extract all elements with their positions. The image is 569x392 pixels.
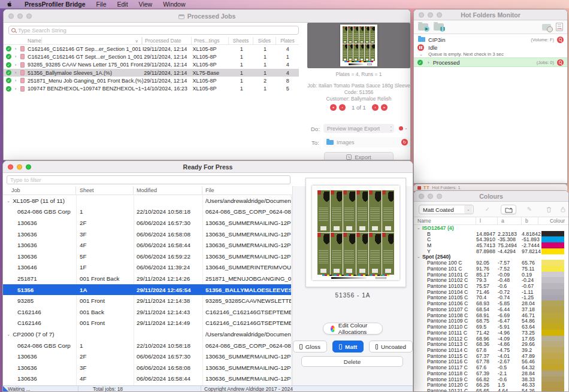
inspect-icon[interactable] [557, 37, 564, 43]
column-modified[interactable]: Modified [134, 186, 202, 195]
disclosure-icon[interactable]: › [428, 60, 429, 65]
colour-row[interactable]: Pantone 10111 C71.42-4.9673.25 [414, 330, 568, 336]
column-name[interactable]: Name [414, 217, 476, 224]
colour-row[interactable]: Pantone 10116 C67.78-2.6756.46 [414, 359, 568, 365]
processed-jobs-header[interactable]: Namev Processed Date Pres...tings Sheets… [4, 37, 299, 45]
table-row[interactable]: 1306363F06/06/2024 16:58:08130636_SUMMER… [3, 229, 291, 240]
chevron-down-icon[interactable]: ⌄ [417, 226, 420, 230]
table-row[interactable]: 93285001 Front29/11/2024 12:14:3893285_9… [3, 295, 291, 306]
table-row[interactable]: 1306461F06/06/2024 11:39:24130646_SUMMER… [3, 262, 291, 274]
group-row[interactable]: ⌄XL105-8P (11 of 11)/Users/andrewaldridg… [3, 195, 291, 206]
export-destination-field[interactable]: Images ↻ [323, 137, 410, 147]
table-row[interactable]: 1306362F06/06/2024 16:57:30130636_SUMMER… [3, 217, 291, 229]
group-row[interactable]: ⌄CP2000 (7 of 7)/Users/andrewaldridge/Do… [3, 329, 291, 340]
chevron-down-icon[interactable]: ⌄ [419, 52, 423, 57]
colour-row[interactable]: Pantone 10114 C67.8-4.7539.2 [414, 347, 568, 353]
disclosure-icon[interactable]: › [13, 54, 19, 59]
colour-row[interactable]: B14.89472.231834.81842 [414, 231, 568, 237]
table-row[interactable]: 1306362F06/06/2024 16:57:30130636_SUMMER… [3, 351, 291, 362]
table-row[interactable]: ✓›109747 BENZHEXOL~109747 BENZHEXOL~1~A.… [4, 84, 299, 92]
last-page-button[interactable]: » [381, 104, 388, 111]
export-button[interactable]: ✎ Export [324, 152, 394, 160]
window-controls[interactable] [419, 193, 442, 199]
hot-folder-row[interactable]: CIP3in (Volume: F) [414, 35, 567, 44]
export-action-select[interactable]: Preview Image Export ⌃⌄ [323, 124, 394, 133]
export-options-button[interactable]: ⌄ [399, 126, 408, 130]
colour-row[interactable]: Pantone 10112 C68.96-4.0917.65 [414, 336, 568, 342]
colour-row[interactable]: Pantone 10121 C65.654.6454.26 [414, 388, 568, 392]
table-row[interactable]: ✓›93285_93285 CAAV News Letter 175_001 F… [4, 61, 299, 69]
table-row[interactable]: C162146001 Front29/11/2024 12:14:49C1621… [3, 318, 291, 329]
close-button[interactable] [419, 193, 424, 199]
colour-row[interactable]: Pantone 10102 C79.3-0.48-0.24 [414, 277, 568, 283]
window-controls[interactable] [8, 164, 31, 169]
chevron-down-icon[interactable]: ⌄ [7, 332, 10, 337]
column-sides[interactable]: Sides [253, 37, 276, 44]
colour-row[interactable]: Pantone 10109 C68.75-6.4754.86 [414, 318, 568, 324]
column-press-settings[interactable]: Pres...tings [192, 37, 229, 44]
uncoated-button[interactable]: Uncoated [369, 341, 413, 353]
disclosure-icon[interactable]: › [13, 86, 19, 92]
close-button[interactable] [8, 164, 13, 169]
processed-jobs-titlebar[interactable]: Processed Jobs [4, 10, 410, 23]
gloss-button[interactable]: Gloss [293, 341, 327, 353]
new-library-button[interactable] [501, 205, 516, 214]
colour-row[interactable]: Pantone 10105 C70.4-0.74-1.25 [414, 295, 568, 301]
disclosure-icon[interactable]: › [13, 70, 19, 75]
colour-row[interactable]: Pantone 10101 C85.17-0.090.19 [414, 272, 568, 278]
zoom-button[interactable] [26, 13, 32, 19]
disclosure-icon[interactable]: › [13, 62, 19, 68]
menu-item-edit[interactable]: Edit [111, 1, 133, 8]
matt-button[interactable]: Matt [332, 341, 364, 353]
column-a[interactable]: a [498, 217, 522, 224]
colour-row[interactable]: Pantone 10110 C69.5-5.9163.64 [414, 324, 568, 330]
delete-button[interactable]: Delete [301, 356, 403, 367]
minimize-button[interactable] [17, 13, 23, 19]
table-row[interactable]: ✓›51356_Ballymaloe Sleeves_1A.(%)29/11/2… [4, 69, 299, 77]
column-name[interactable]: Name [25, 37, 42, 44]
sheet-preview[interactable] [305, 178, 406, 287]
stock-type-select[interactable]: Matt Coated ⌄ [419, 205, 474, 214]
table-row[interactable]: 513561A29/11/2024 12:45:5451356_BALLYMAL… [3, 284, 291, 296]
minimize-button[interactable] [428, 193, 433, 199]
ready-header[interactable]: Job Sheet Modified File [3, 186, 292, 195]
delete-button[interactable] [541, 205, 556, 214]
menu-item-file[interactable]: File [91, 1, 112, 8]
zoom-button[interactable] [437, 193, 442, 199]
group-row[interactable]: ⌄ISO12647 (4) [414, 225, 568, 231]
colour-row[interactable]: Y87.8988-4.429497.8214 [414, 248, 568, 254]
chevron-down-icon[interactable]: ⌄ [417, 254, 420, 259]
edit-button[interactable]: ✎ [522, 205, 537, 214]
window-controls[interactable] [419, 12, 442, 17]
column-b[interactable]: b [522, 217, 538, 224]
colours-titlebar[interactable]: Colours [414, 191, 568, 202]
close-button[interactable] [8, 13, 14, 19]
chevron-down-icon[interactable]: ⌄ [7, 198, 10, 203]
colour-row[interactable]: Pantone 10108 C68.91-6.6946.71 [414, 312, 568, 318]
minimize-button[interactable] [17, 164, 22, 169]
inspect-icon[interactable] [557, 59, 564, 66]
colour-row[interactable]: C54.3910-35.308-51.893 [414, 236, 568, 242]
table-row[interactable]: 1306364F06/06/2024 16:58:44130636_SUMMER… [3, 239, 291, 251]
column-l[interactable]: l [476, 217, 498, 224]
colour-row[interactable]: Pantone 10113 C68.36-4.8629.66 [414, 341, 568, 347]
processed-folder-row[interactable]: ✓ › Processed (Jobs: 0) [414, 57, 567, 67]
colour-row[interactable]: Pantone 101 C91.76-7.5275.11 [414, 266, 568, 272]
table-row[interactable]: 0624-086 GBS Corp122/10/2024 10:58:18062… [3, 340, 291, 351]
colour-row[interactable]: Pantone 10104 C71.46-0.72-1.11 [414, 289, 568, 295]
lock-button[interactable] [558, 205, 568, 214]
minimize-button[interactable] [428, 12, 433, 17]
column-sheet[interactable]: Sheet [76, 186, 134, 195]
queue-history-icon[interactable] [542, 24, 551, 31]
colour-row[interactable]: Pantone 10119 C66.82-0.638.33 [414, 376, 568, 382]
menu-app-name[interactable]: PressProfiler Bridge [19, 1, 91, 8]
table-row[interactable]: C162146001 Back29/11/2024 12:14:43C16214… [3, 306, 291, 318]
column-file[interactable]: File [202, 186, 292, 195]
pause-monitoring-button[interactable]: ❙❙ [434, 23, 444, 31]
zoom-button[interactable] [26, 164, 31, 169]
filter-input[interactable]: Type to filter [7, 175, 290, 184]
table-row[interactable]: ✓›C162146_C162146 GT Sept...er_Section 1… [4, 53, 299, 60]
column-job[interactable]: Job [3, 186, 76, 195]
disclosure-icon[interactable]: › [13, 78, 19, 83]
previous-page-button[interactable]: ‹ [339, 104, 346, 111]
